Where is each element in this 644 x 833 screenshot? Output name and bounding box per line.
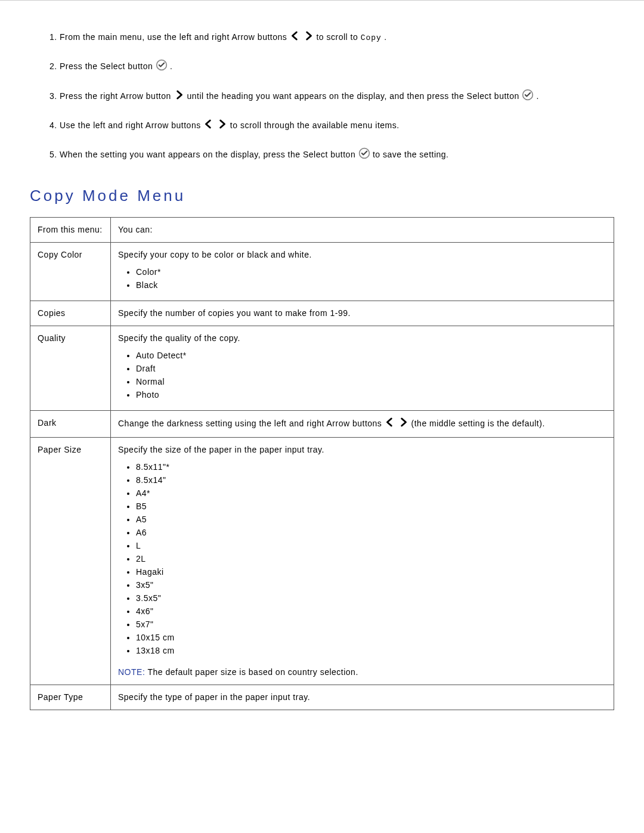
select-button-icon xyxy=(358,147,370,163)
list-item: Black xyxy=(136,279,606,292)
section-title: Copy Mode Menu xyxy=(30,187,614,205)
chevron-right-icon xyxy=(216,119,227,133)
step-item: Press the right Arrow button until the h… xyxy=(60,89,614,104)
list-item: L xyxy=(136,540,606,553)
copy-mode-menu-table: From this menu: You can: Copy Color Spec… xyxy=(30,217,614,710)
desc-text: (the middle setting is the default). xyxy=(411,419,545,428)
list-item: 8.5x14" xyxy=(136,474,606,487)
step-text: to scroll through the available menu ite… xyxy=(230,120,400,130)
list-item: Photo xyxy=(136,389,606,402)
step-text: Press the Select button xyxy=(60,61,156,71)
chevron-left-icon xyxy=(203,119,214,133)
step-item: When the setting you want appears on the… xyxy=(60,147,614,163)
step-text: From the main menu, use the left and rig… xyxy=(60,32,290,42)
menu-name: Copy Color xyxy=(30,243,111,301)
list-item: 10x15 cm xyxy=(136,631,606,645)
menu-name: Copies xyxy=(30,301,111,326)
select-button-icon xyxy=(522,89,534,104)
chevron-left-icon xyxy=(385,417,395,431)
table-header-right: You can: xyxy=(111,218,614,243)
chevron-left-icon xyxy=(290,30,301,45)
list-item: A5 xyxy=(136,513,606,527)
step-text: When the setting you want appears on the… xyxy=(60,150,358,159)
step-text: to scroll to xyxy=(316,32,360,42)
list-item: Auto Detect* xyxy=(136,349,606,363)
table-row: Copies Specify the number of copies you … xyxy=(30,301,614,326)
step-text: . xyxy=(384,32,386,42)
note-text: The default paper size is based on count… xyxy=(145,667,358,677)
list-item: 8.5x11"* xyxy=(136,461,606,474)
menu-desc: Specify the type of paper in the paper i… xyxy=(111,685,614,710)
table-row: Paper Size Specify the size of the paper… xyxy=(30,438,614,685)
menu-desc: Change the darkness setting using the le… xyxy=(111,411,614,438)
menu-name: Quality xyxy=(30,326,111,411)
menu-desc: Specify the quality of the copy. Auto De… xyxy=(111,326,614,411)
list-item: 3.5x5" xyxy=(136,592,606,605)
step-mono: Copy xyxy=(361,33,382,42)
list-item: 4x6" xyxy=(136,605,606,618)
menu-desc: Specify the number of copies you want to… xyxy=(111,301,614,326)
list-item: Color* xyxy=(136,266,606,279)
list-item: 2L xyxy=(136,553,606,566)
menu-desc: Specify the size of the paper in the pap… xyxy=(111,438,614,685)
option-list: Color* Black xyxy=(136,266,606,292)
step-text: . xyxy=(537,91,539,101)
step-text: until the heading you want appears on th… xyxy=(187,91,522,101)
list-item: 3x5" xyxy=(136,579,606,592)
chevron-right-icon xyxy=(303,30,314,45)
table-header-left: From this menu: xyxy=(30,218,111,243)
list-item: B5 xyxy=(136,500,606,513)
instruction-list: From the main menu, use the left and rig… xyxy=(30,30,614,163)
step-text: . xyxy=(170,61,172,71)
desc-text: Change the darkness setting using the le… xyxy=(118,419,385,428)
table-header-row: From this menu: You can: xyxy=(30,218,614,243)
step-item: Use the left and right Arrow buttons to … xyxy=(60,119,614,133)
step-text: to save the setting. xyxy=(373,150,449,159)
desc-text: Specify the size of the paper in the pap… xyxy=(118,445,324,454)
list-item: 13x18 cm xyxy=(136,645,606,658)
menu-name: Paper Size xyxy=(30,438,111,685)
step-item: Press the Select button . xyxy=(60,59,614,75)
menu-name: Dark xyxy=(30,411,111,438)
note-label: NOTE: xyxy=(118,667,145,677)
chevron-right-icon xyxy=(398,417,408,431)
option-list: 8.5x11"* 8.5x14" A4* B5 A5 A6 L 2L Hagak… xyxy=(136,461,606,658)
list-item: Hagaki xyxy=(136,566,606,579)
list-item: 5x7" xyxy=(136,618,606,631)
table-row: Quality Specify the quality of the copy.… xyxy=(30,326,614,411)
desc-text: Specify your copy to be color or black a… xyxy=(118,250,312,259)
menu-desc: Specify your copy to be color or black a… xyxy=(111,243,614,301)
option-list: Auto Detect* Draft Normal Photo xyxy=(136,349,606,402)
document-page: From the main menu, use the left and rig… xyxy=(0,0,644,740)
step-text: Press the right Arrow button xyxy=(60,91,174,101)
step-text: Use the left and right Arrow buttons xyxy=(60,120,203,130)
list-item: A4* xyxy=(136,487,606,500)
menu-name: Paper Type xyxy=(30,685,111,710)
list-item: Normal xyxy=(136,376,606,389)
list-item: Draft xyxy=(136,363,606,376)
table-row: Paper Type Specify the type of paper in … xyxy=(30,685,614,710)
chevron-right-icon xyxy=(174,89,184,104)
list-item: A6 xyxy=(136,527,606,540)
select-button-icon xyxy=(156,59,168,75)
step-item: From the main menu, use the left and rig… xyxy=(60,30,614,45)
desc-text: Specify the quality of the copy. xyxy=(118,333,240,343)
table-row: Copy Color Specify your copy to be color… xyxy=(30,243,614,301)
table-row: Dark Change the darkness setting using t… xyxy=(30,411,614,438)
